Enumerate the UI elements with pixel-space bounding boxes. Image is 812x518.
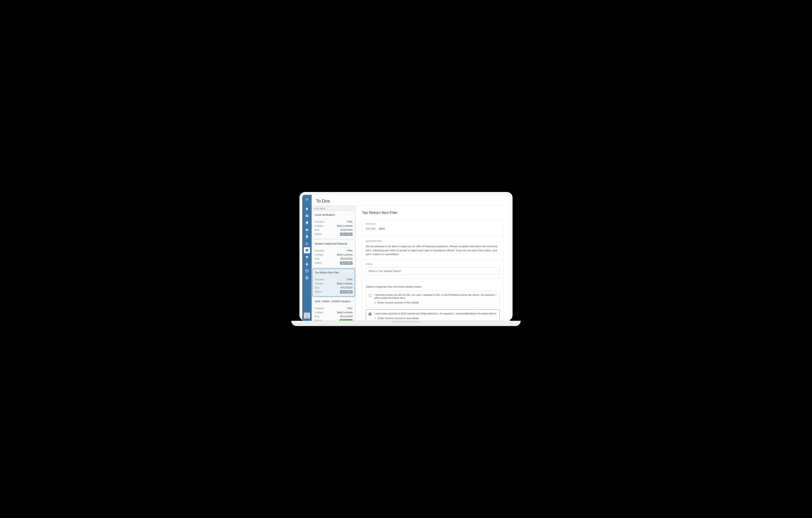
- status-badge: RECEIVED: [340, 319, 353, 321]
- card-body: Function:FINAContact:Betty LochertyDue:0…: [313, 276, 355, 296]
- main: To Dos 9 TO DO'S Asset Verification›Func…: [312, 195, 510, 321]
- value: 04/15/2024: [341, 257, 353, 260]
- card-row: Due:04/13/2024: [315, 285, 353, 290]
- status-badge: INITIATED: [340, 290, 353, 294]
- response-option[interactable]: I have been granted a 2024 income tax fi…: [366, 309, 500, 321]
- detail-section: DETAILS Aid Year: 2024 DESCRIPTION We ar…: [362, 219, 504, 321]
- card-title: Tax Return Non-Filer: [315, 271, 339, 274]
- card-header[interactable]: Student Additional Financial›: [313, 240, 355, 247]
- calendar-icon[interactable]: [304, 226, 310, 233]
- page-title: To Dos: [316, 198, 505, 204]
- detail-title: Tax Return Non-Filer: [362, 211, 504, 215]
- label: Status:: [315, 262, 322, 265]
- option-body: I earned income but did not file, nor wa…: [374, 293, 497, 305]
- value: FINA: [347, 220, 353, 223]
- detail-panel[interactable]: Tax Return Non-Filer DETAILS Aid Year: 2…: [356, 206, 510, 321]
- value: Betty Locherty: [337, 224, 353, 227]
- todo-list-panel: 9 TO DO'S Asset Verification›Function:FI…: [312, 206, 356, 321]
- svg-point-2: [306, 314, 308, 316]
- label: Status:: [315, 233, 322, 236]
- value: Betty Locherty: [337, 282, 353, 285]
- todo-card[interactable]: Asset Verification›Function:FINAContact:…: [312, 211, 355, 239]
- card-body: Function:FINAContact:Betty LochertyDue:0…: [313, 305, 355, 321]
- value: FINA: [347, 307, 353, 310]
- card-row: Function:FINA: [315, 306, 353, 310]
- label: Function:: [315, 249, 325, 252]
- card-title: Asset Verification: [315, 213, 335, 216]
- card-body: Function:FINAContact:Betty LochertyDue:0…: [313, 219, 355, 239]
- app-screen: To Dos 9 TO DO'S Asset Verification›Func…: [302, 195, 510, 321]
- option-text: I have been granted a 2024 income tax fi…: [374, 312, 496, 315]
- aid-year-value: 2024: [379, 227, 385, 230]
- card-row: Due:04/15/2024: [315, 257, 353, 261]
- value: 04/13/2024: [341, 286, 353, 289]
- content: 9 TO DO'S Asset Verification›Function:FI…: [312, 206, 510, 321]
- id-card-icon[interactable]: [304, 213, 310, 219]
- card-row: Contact:Betty Locherty: [315, 253, 353, 257]
- label: Status:: [315, 290, 322, 294]
- todo-count: 9 TO DO'S: [312, 206, 356, 211]
- todo-card[interactable]: Tax Return Non-Filer›Function:FINAContac…: [312, 269, 355, 296]
- todo-cards[interactable]: Asset Verification›Function:FINAContact:…: [312, 211, 356, 321]
- card-row: Contact:Betty Locherty: [315, 310, 353, 315]
- files-icon[interactable]: [304, 220, 310, 226]
- menu-icon[interactable]: [304, 196, 310, 202]
- form-label: FORM: [366, 263, 500, 265]
- aid-year-label: Aid Year:: [366, 227, 376, 230]
- card-header[interactable]: Tax Return Non-Filer›: [313, 269, 355, 276]
- value: 04/22/2024: [341, 228, 353, 231]
- card-row: Contact:Betty Locherty: [315, 281, 353, 285]
- option-bullets: Enter income sources in box below.Attach…: [378, 316, 496, 321]
- sidebar-nav: [302, 195, 312, 321]
- response-prompt: Select a response from the three choices…: [366, 285, 500, 288]
- card-header[interactable]: Asset Verification›: [313, 211, 355, 219]
- description-text: We are pleased to be able to make you an…: [366, 244, 500, 256]
- option-bullets: Enter income sources in box below.: [378, 301, 497, 305]
- clipboard-icon[interactable]: [304, 234, 310, 240]
- radio-icon[interactable]: [369, 312, 372, 316]
- radio-icon[interactable]: [369, 294, 372, 297]
- mail-icon[interactable]: [304, 268, 310, 274]
- card-title: 1040, 1040A, 1040EZ Student: [315, 300, 350, 303]
- grad-cap-icon[interactable]: [304, 254, 310, 260]
- card-row: Due:04/22/2024: [315, 228, 353, 232]
- marital-status-select[interactable]: What is Your Marital Status? ⌄: [366, 267, 500, 275]
- details-label: DETAILS: [366, 223, 500, 225]
- label: Contact:: [315, 253, 324, 256]
- card-row: Function:FINA: [315, 277, 353, 281]
- label: Function:: [315, 307, 325, 310]
- globe-icon[interactable]: [304, 275, 310, 281]
- bell-icon[interactable]: [304, 261, 310, 267]
- checkbox-icon[interactable]: [304, 247, 310, 253]
- todo-card[interactable]: Student Additional Financial›Function:FI…: [312, 240, 355, 268]
- label: Due:: [315, 315, 320, 318]
- card-row: Contact:Betty Locherty: [315, 224, 353, 228]
- avatar[interactable]: [304, 312, 310, 319]
- home-icon[interactable]: [304, 206, 310, 212]
- label: Function:: [315, 278, 325, 281]
- todo-card[interactable]: 1040, 1040A, 1040EZ Student›Function:FIN…: [312, 298, 355, 321]
- status-badge: INITIATED: [340, 233, 353, 236]
- response-option[interactable]: I earned income but did not file, nor wa…: [366, 291, 500, 307]
- card-row: Function:FINA: [315, 220, 353, 224]
- value: FINA: [347, 278, 353, 281]
- page-header: To Dos: [312, 195, 510, 206]
- bullet: Enter income sources in box below.: [378, 316, 496, 320]
- aid-year-row: Aid Year: 2024: [366, 227, 500, 234]
- label: Contact:: [315, 311, 324, 314]
- option-text: I earned income but did not file, nor wa…: [374, 293, 496, 299]
- chart-icon[interactable]: [304, 240, 310, 246]
- label: Contact:: [315, 282, 324, 285]
- laptop-mock: To Dos 9 TO DO'S Asset Verification›Func…: [299, 192, 513, 326]
- label: Due:: [315, 286, 320, 289]
- chevron-down-icon: ⌄: [495, 270, 497, 272]
- description-label: DESCRIPTION: [366, 240, 500, 242]
- select-placeholder: What is Your Marital Status?: [369, 270, 402, 273]
- response-options: I earned income but did not file, nor wa…: [366, 291, 500, 321]
- card-header[interactable]: 1040, 1040A, 1040EZ Student›: [313, 298, 355, 305]
- chevron-right-icon: ›: [352, 271, 353, 274]
- label: Contact:: [315, 224, 324, 227]
- label: Due:: [315, 228, 320, 231]
- card-row: Due:03/11/2024: [315, 315, 353, 319]
- chevron-right-icon: ›: [352, 300, 353, 303]
